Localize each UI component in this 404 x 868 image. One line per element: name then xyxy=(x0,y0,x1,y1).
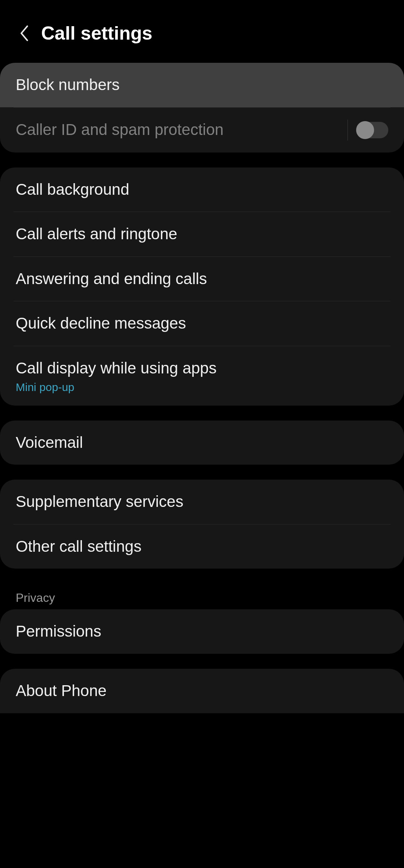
call-background-row[interactable]: Call background xyxy=(0,167,404,212)
settings-content: Block numbers Caller ID and spam protect… xyxy=(0,63,404,713)
row-label: Permissions xyxy=(16,621,101,642)
other-call-settings-row[interactable]: Other call settings xyxy=(0,524,404,569)
row-label: Block numbers xyxy=(16,75,120,95)
settings-group: Voicemail xyxy=(0,421,404,465)
settings-group: Call background Call alerts and ringtone… xyxy=(0,167,404,406)
back-button[interactable] xyxy=(15,24,34,43)
call-alerts-ringtone-row[interactable]: Call alerts and ringtone xyxy=(0,212,404,256)
caller-id-spam-row[interactable]: Caller ID and spam protection xyxy=(0,108,404,153)
settings-group: Block numbers Caller ID and spam protect… xyxy=(0,63,404,153)
row-label: Other call settings xyxy=(16,536,141,557)
quick-decline-messages-row[interactable]: Quick decline messages xyxy=(0,301,404,346)
toggle-wrap xyxy=(348,120,388,141)
call-display-apps-row[interactable]: Call display while using apps Mini pop-u… xyxy=(0,346,404,406)
settings-group: Supplementary services Other call settin… xyxy=(0,480,404,569)
row-sublabel: Mini pop-up xyxy=(16,381,217,394)
answering-ending-calls-row[interactable]: Answering and ending calls xyxy=(0,257,404,301)
row-label: Supplementary services xyxy=(16,492,183,512)
chevron-left-icon xyxy=(19,25,30,42)
row-label: Quick decline messages xyxy=(16,313,186,334)
settings-group: About Phone xyxy=(0,669,404,713)
caller-id-toggle[interactable] xyxy=(357,122,388,138)
row-label: Call background xyxy=(16,179,129,200)
row-label: About Phone xyxy=(16,681,107,701)
row-label: Caller ID and spam protection xyxy=(16,120,224,140)
section-label-privacy: Privacy xyxy=(0,584,404,609)
row-label: Answering and ending calls xyxy=(16,269,207,289)
page-title: Call settings xyxy=(41,22,152,44)
row-label: Call alerts and ringtone xyxy=(16,224,177,244)
voicemail-row[interactable]: Voicemail xyxy=(0,421,404,465)
about-phone-row[interactable]: About Phone xyxy=(0,669,404,713)
permissions-row[interactable]: Permissions xyxy=(0,609,404,654)
toggle-divider xyxy=(348,120,348,141)
header: Call settings xyxy=(0,0,404,63)
block-numbers-row[interactable]: Block numbers xyxy=(0,63,404,107)
toggle-knob xyxy=(356,121,374,139)
settings-group: Permissions xyxy=(0,609,404,654)
row-label: Call display while using apps xyxy=(16,358,217,379)
row-label: Voicemail xyxy=(16,433,83,453)
supplementary-services-row[interactable]: Supplementary services xyxy=(0,480,404,524)
